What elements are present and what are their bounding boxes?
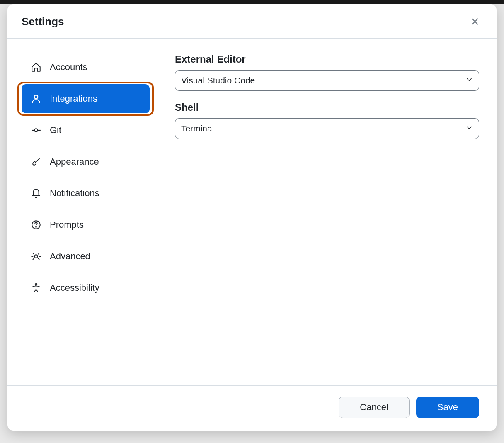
person-icon	[31, 93, 41, 104]
gear-icon	[31, 251, 41, 262]
modal-header: Settings	[7, 4, 497, 39]
shell-select[interactable]: Terminal	[175, 118, 479, 139]
git-commit-icon	[31, 125, 41, 136]
settings-sidebar: Accounts Integrations	[7, 39, 158, 385]
modal-body: Accounts Integrations	[7, 39, 497, 385]
sidebar-item-accessibility[interactable]: Accessibility	[22, 273, 150, 302]
cancel-button[interactable]: Cancel	[339, 397, 409, 418]
svg-point-7	[35, 284, 37, 285]
shell-field: Shell Terminal	[175, 102, 479, 139]
sidebar-item-prompts[interactable]: Prompts	[22, 210, 150, 239]
accessibility-icon	[31, 282, 41, 293]
sidebar-item-appearance[interactable]: Appearance	[22, 147, 150, 176]
sidebar-item-label: Notifications	[50, 188, 99, 199]
sidebar-item-advanced[interactable]: Advanced	[22, 242, 150, 271]
close-button[interactable]	[468, 14, 482, 29]
sidebar-item-notifications[interactable]: Notifications	[22, 179, 150, 208]
modal-title: Settings	[22, 15, 64, 28]
sidebar-item-label: Prompts	[50, 219, 84, 230]
sidebar-item-accounts[interactable]: Accounts	[22, 53, 150, 82]
sidebar-item-label: Git	[50, 125, 61, 136]
sidebar-item-label: Appearance	[50, 156, 99, 167]
svg-point-6	[34, 255, 38, 258]
svg-point-0	[34, 95, 38, 99]
sidebar-item-label: Accessibility	[50, 282, 99, 293]
paintbrush-icon	[31, 156, 41, 167]
external-editor-select[interactable]: Visual Studio Code	[175, 70, 479, 91]
svg-point-5	[36, 226, 36, 227]
sidebar-item-integrations[interactable]: Integrations	[22, 84, 150, 113]
window-topbar	[0, 0, 504, 4]
sidebar-item-label: Accounts	[50, 62, 87, 73]
save-button[interactable]: Save	[416, 397, 479, 418]
close-icon	[470, 17, 480, 26]
settings-content: External Editor Visual Studio Code Shell…	[158, 39, 497, 385]
shell-label: Shell	[175, 102, 479, 113]
bell-icon	[31, 188, 41, 199]
question-circle-icon	[31, 219, 41, 230]
shell-select-wrap: Terminal	[175, 118, 479, 139]
sidebar-item-label: Advanced	[50, 251, 90, 262]
external-editor-label: External Editor	[175, 54, 479, 65]
svg-point-1	[34, 129, 38, 132]
external-editor-select-wrap: Visual Studio Code	[175, 70, 479, 91]
external-editor-field: External Editor Visual Studio Code	[175, 54, 479, 91]
sidebar-item-label: Integrations	[50, 93, 97, 104]
modal-footer: Cancel Save	[7, 385, 497, 431]
settings-modal: Settings Accounts	[7, 4, 497, 431]
home-icon	[31, 62, 41, 73]
sidebar-item-git[interactable]: Git	[22, 116, 150, 145]
